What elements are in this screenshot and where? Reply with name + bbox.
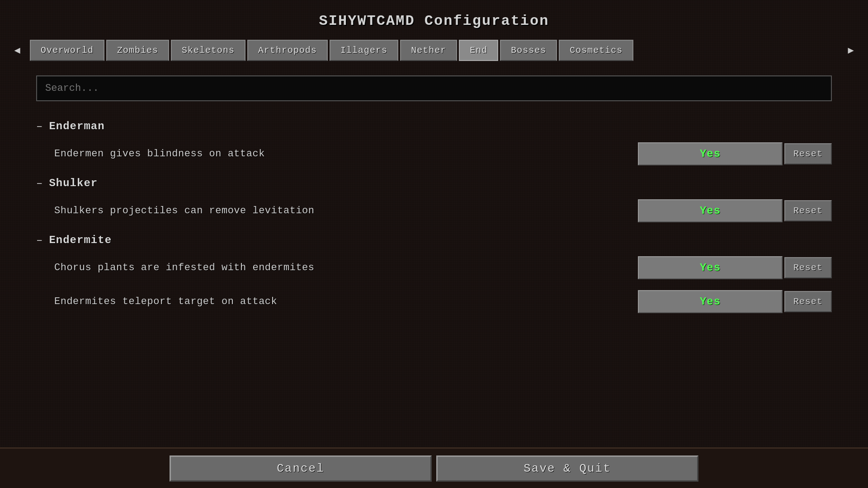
setting-row-blindness: Endermen gives blindness on attack Yes R…: [36, 137, 832, 171]
search-input[interactable]: [36, 75, 832, 101]
tab-zombies[interactable]: Zombies: [106, 40, 169, 61]
collapse-shulker[interactable]: –: [36, 178, 42, 189]
tab-nether[interactable]: Nether: [400, 40, 457, 61]
setting-controls-blindness: Yes Reset: [638, 142, 832, 165]
setting-label-teleport: Endermites teleport target on attack: [54, 296, 277, 307]
btn-yes-levitation[interactable]: Yes: [638, 199, 783, 222]
section-endermite-title: Endermite: [49, 234, 112, 246]
setting-label-blindness: Endermen gives blindness on attack: [54, 148, 265, 160]
collapse-endermite[interactable]: –: [36, 235, 42, 246]
btn-yes-teleport[interactable]: Yes: [638, 290, 783, 313]
setting-label-levitation: Shulkers projectiles can remove levitati…: [54, 205, 315, 216]
tab-cosmetics[interactable]: Cosmetics: [559, 40, 633, 61]
setting-row-levitation: Shulkers projectiles can remove levitati…: [36, 194, 832, 228]
section-endermite-header: – Endermite: [36, 234, 832, 246]
tab-overworld[interactable]: Overworld: [30, 40, 104, 61]
btn-reset-levitation[interactable]: Reset: [784, 200, 832, 221]
nav-bar: ◀ Overworld Zombies Skeletons Arthropods…: [0, 38, 868, 62]
tab-end[interactable]: End: [459, 40, 498, 61]
setting-label-chorus: Chorus plants are infested with endermit…: [54, 262, 315, 273]
setting-controls-levitation: Yes Reset: [638, 199, 832, 222]
cancel-button[interactable]: Cancel: [170, 455, 432, 482]
setting-row-chorus: Chorus plants are infested with endermit…: [36, 251, 832, 285]
save-quit-button[interactable]: Save & Quit: [436, 455, 698, 482]
setting-controls-teleport: Yes Reset: [638, 290, 832, 313]
btn-yes-blindness[interactable]: Yes: [638, 142, 783, 165]
section-shulker-header: – Shulker: [36, 177, 832, 189]
content-area: – Enderman Endermen gives blindness on a…: [0, 66, 868, 328]
btn-yes-chorus[interactable]: Yes: [638, 256, 783, 279]
setting-row-teleport: Endermites teleport target on attack Yes…: [36, 285, 832, 319]
section-enderman-title: Enderman: [49, 120, 104, 132]
btn-reset-blindness[interactable]: Reset: [784, 143, 832, 164]
nav-left-arrow[interactable]: ◀: [9, 38, 25, 62]
btn-reset-teleport[interactable]: Reset: [784, 291, 832, 312]
page-title: SIHYWTCAMD Configuration: [0, 0, 868, 38]
section-enderman-header: – Enderman: [36, 120, 832, 132]
tab-skeletons[interactable]: Skeletons: [171, 40, 245, 61]
nav-tabs: Overworld Zombies Skeletons Arthropods I…: [25, 40, 843, 61]
tab-arthropods[interactable]: Arthropods: [247, 40, 328, 61]
bottom-bar: Cancel Save & Quit: [0, 447, 868, 488]
tab-illagers[interactable]: Illagers: [330, 40, 398, 61]
collapse-enderman[interactable]: –: [36, 121, 42, 132]
nav-right-arrow[interactable]: ▶: [843, 38, 859, 62]
tab-bosses[interactable]: Bosses: [500, 40, 557, 61]
setting-controls-chorus: Yes Reset: [638, 256, 832, 279]
section-shulker-title: Shulker: [49, 177, 98, 189]
btn-reset-chorus[interactable]: Reset: [784, 257, 832, 278]
